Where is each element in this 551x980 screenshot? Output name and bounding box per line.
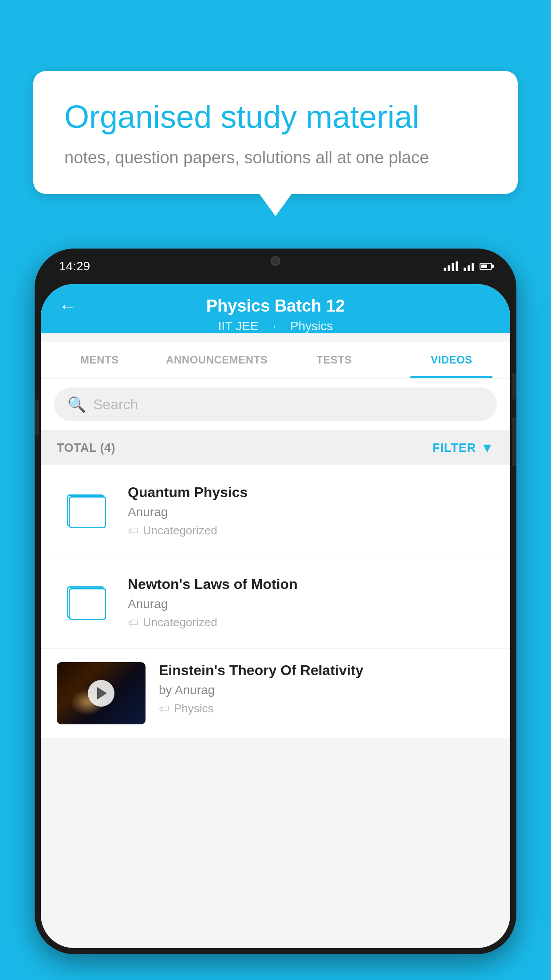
notch: [240, 249, 311, 273]
battery-icon: [480, 263, 492, 270]
filter-button[interactable]: FILTER ▼: [433, 440, 494, 455]
phone-frame: 14:29: [35, 249, 516, 954]
tab-tests[interactable]: TESTS: [276, 342, 393, 378]
tag-icon-2: 🏷: [128, 616, 138, 629]
video-info-2: Newton's Laws of Motion Anurag 🏷 Uncateg…: [128, 576, 494, 629]
filter-bar: TOTAL (4) FILTER ▼: [41, 431, 510, 465]
video-tag: 🏷 Uncategorized: [128, 524, 494, 537]
video-thumbnail-einstein: [57, 662, 146, 724]
speech-bubble: Organised study material notes, question…: [33, 71, 518, 194]
video-title: Quantum Physics: [128, 484, 494, 501]
search-icon: 🔍: [67, 395, 86, 413]
header-subtitle: IIT JEE · Physics: [59, 319, 492, 333]
folder-thumbnail-2: [57, 574, 114, 632]
app-header: ← Physics Batch 12 IIT JEE · Physics: [41, 284, 510, 333]
video-author-3: by Anurag: [159, 683, 494, 697]
video-tag-2: 🏷 Uncategorized: [128, 616, 494, 629]
screen-title: Physics Batch 12: [206, 296, 345, 316]
tabs-bar: MENTS ANNOUNCEMENTS TESTS VIDEOS: [41, 342, 510, 379]
list-item[interactable]: Newton's Laws of Motion Anurag 🏷 Uncateg…: [41, 557, 510, 649]
search-placeholder: Search: [93, 396, 138, 413]
play-button[interactable]: [88, 680, 114, 707]
search-bar[interactable]: 🔍 Search: [54, 387, 497, 421]
phone-screen: ← Physics Batch 12 IIT JEE · Physics MEN…: [41, 284, 510, 948]
wifi-icon: [444, 261, 458, 271]
tag-physics: Physics: [290, 319, 333, 333]
list-item[interactable]: Quantum Physics Anurag 🏷 Uncategorized: [41, 465, 510, 557]
video-title-3: Einstein's Theory Of Relativity: [159, 662, 494, 679]
status-icons: [444, 261, 492, 271]
status-bar: 14:29: [35, 249, 516, 284]
status-time: 14:29: [59, 259, 90, 273]
signal-icon: [464, 261, 474, 271]
tab-announcements[interactable]: ANNOUNCEMENTS: [158, 342, 276, 378]
back-button[interactable]: ←: [59, 296, 77, 317]
folder-thumbnail: [57, 482, 114, 540]
filter-icon: ▼: [480, 440, 494, 455]
volume-button: [35, 399, 39, 435]
video-author-2: Anurag: [128, 597, 494, 611]
play-icon: [97, 687, 107, 699]
tag-iit: IIT JEE: [218, 319, 258, 333]
bubble-subtitle: notes, question papers, solutions all at…: [64, 148, 487, 167]
tab-videos[interactable]: VIDEOS: [393, 342, 511, 378]
tab-ments[interactable]: MENTS: [41, 342, 158, 378]
video-info-3: Einstein's Theory Of Relativity by Anura…: [159, 662, 494, 715]
power-button: [512, 373, 516, 399]
video-list: Quantum Physics Anurag 🏷 Uncategorized: [41, 465, 510, 738]
video-author: Anurag: [128, 505, 494, 519]
search-container: 🔍 Search: [41, 379, 510, 431]
video-info: Quantum Physics Anurag 🏷 Uncategorized: [128, 484, 494, 537]
tag-icon: 🏷: [128, 525, 138, 537]
list-item[interactable]: Einstein's Theory Of Relativity by Anura…: [41, 649, 510, 738]
bubble-title: Organised study material: [64, 98, 487, 136]
tag-separator: ·: [273, 319, 280, 333]
video-title-2: Newton's Laws of Motion: [128, 576, 494, 593]
tag-icon-3: 🏷: [159, 703, 169, 715]
camera: [271, 256, 280, 266]
volume-down-button: [512, 417, 516, 466]
video-tag-3: 🏷 Physics: [159, 702, 494, 715]
total-count: TOTAL (4): [57, 441, 115, 455]
